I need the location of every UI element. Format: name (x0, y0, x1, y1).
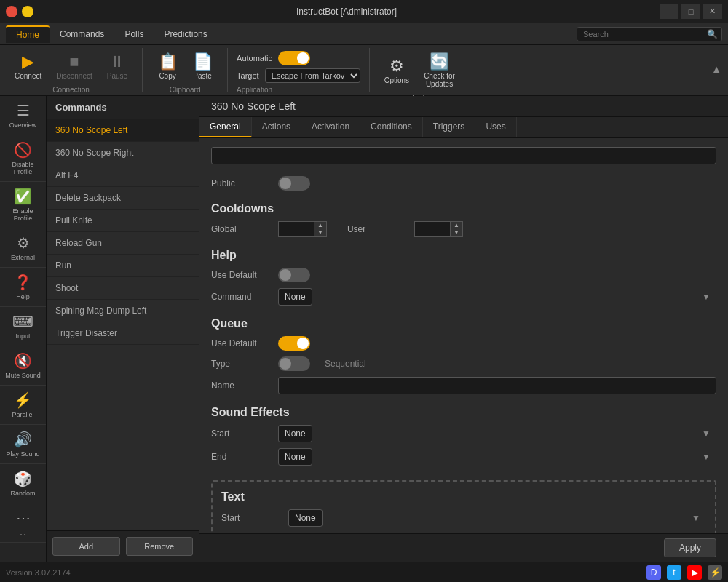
apply-button[interactable]: Apply (664, 538, 716, 557)
tab-actions[interactable]: Actions (252, 117, 301, 137)
tab-general[interactable]: General (199, 117, 252, 137)
maximize-button[interactable]: □ (681, 4, 700, 19)
help-command-row: Command None ▼ (211, 288, 716, 306)
play-icon: ▶ (22, 54, 34, 70)
command-item-reload-gun[interactable]: Reload Gun (47, 232, 199, 255)
title-icon-red (6, 6, 17, 17)
nav-tab-polls[interactable]: Polls (114, 26, 154, 42)
sidebar-item-random[interactable]: 🎲 Random (0, 464, 46, 503)
options-button[interactable]: ⚙ Options (379, 55, 415, 87)
sidebar-item-disable-profile[interactable]: 🚫 Disable Profile (0, 135, 46, 182)
sidebar-item-help[interactable]: ❓ Help (0, 268, 46, 307)
nav-tab-predictions[interactable]: Predictions (154, 26, 217, 42)
sidebar-item-parallel[interactable]: ⚡ Parallel (0, 386, 46, 425)
command-text-input[interactable] (211, 147, 716, 164)
copy-button[interactable]: 📋 Copy (151, 51, 183, 83)
help-use-default-toggle[interactable] (278, 268, 310, 282)
nav-tab-commands[interactable]: Commands (50, 26, 114, 42)
public-toggle[interactable] (278, 176, 310, 191)
command-item-alt-f4[interactable]: Alt F4 (47, 164, 199, 187)
sidebar-item-mute-sound[interactable]: 🔇 Mute Sound (0, 346, 46, 386)
sidebar-item-mute-sound-label: Mute Sound (5, 372, 41, 379)
sound-start-select[interactable]: None (278, 425, 312, 442)
global-stepper: 0 ▲ ▼ (278, 221, 327, 237)
queue-type-label: Type (211, 359, 269, 369)
command-item-delete-backpack[interactable]: Delete Backpack (47, 187, 199, 210)
tab-triggers[interactable]: Triggers (423, 117, 476, 137)
sidebar-item-play-sound[interactable]: 🔊 Play Sound (0, 425, 46, 464)
more-icon: ⋯ (16, 509, 31, 527)
queue-title: Queue (211, 317, 716, 330)
public-row: Public (211, 176, 716, 191)
global-up[interactable]: ▲ (314, 222, 326, 229)
paste-label: Paste (193, 72, 212, 80)
twitter-icon[interactable]: t (667, 565, 681, 580)
target-label: Target (237, 71, 259, 80)
minimize-button[interactable]: ─ (660, 4, 678, 19)
automatic-toggle[interactable] (278, 51, 310, 65)
sound-end-select[interactable]: None (278, 448, 312, 466)
text-start-select[interactable]: None (288, 509, 323, 527)
sidebar: ☰ Overview 🚫 Disable Profile ✅ Enable Pr… (0, 96, 47, 562)
cooldowns-title: Cooldowns (211, 202, 716, 215)
command-item-pull-knife[interactable]: Pull Knife (47, 210, 199, 232)
sidebar-item-external-label: External (11, 254, 35, 261)
content-header: 360 No Scope Left (199, 96, 728, 117)
app-top: Automatic (237, 51, 360, 65)
command-item-spining-mag-dump-left[interactable]: Spining Mag Dump Left (47, 300, 199, 322)
app-icon[interactable]: ⚡ (708, 565, 722, 580)
sidebar-item-more-label: ... (20, 529, 26, 536)
user-down[interactable]: ▼ (451, 229, 462, 236)
connect-button[interactable]: ▶ Connect (9, 51, 47, 83)
sidebar-item-external[interactable]: ⚙ External (0, 228, 46, 268)
paste-button[interactable]: 📄 Paste (186, 51, 218, 83)
help-use-default-label: Use Default (211, 270, 269, 280)
search-input[interactable] (577, 27, 722, 41)
commands-panel: Commands 360 No Scope Left 360 No Scope … (47, 96, 199, 562)
disconnect-button[interactable]: ■ Disconnect (50, 51, 98, 83)
tab-uses[interactable]: Uses (475, 117, 516, 137)
queue-type-row: Type Sequential (211, 356, 716, 371)
youtube-icon[interactable]: ▶ (687, 565, 702, 580)
command-item-shoot[interactable]: Shoot (47, 277, 199, 300)
help-title: Help (211, 249, 716, 262)
global-down[interactable]: ▼ (314, 229, 326, 236)
target-select[interactable]: Escape From Tarkov (265, 68, 360, 83)
global-input[interactable]: 0 (278, 221, 314, 237)
content-area: 360 No Scope Left General Actions Activa… (199, 96, 728, 562)
search-icon: 🔍 (707, 29, 718, 39)
queue-use-default-toggle[interactable] (278, 336, 310, 351)
refresh-icon: 🔄 (430, 54, 449, 70)
user-label: User (347, 224, 405, 234)
collapse-button[interactable]: ▲ (705, 63, 728, 76)
discord-icon[interactable]: D (646, 565, 661, 580)
close-button[interactable]: ✕ (703, 4, 722, 19)
command-item-360-no-scope-right[interactable]: 360 No Scope Right (47, 142, 199, 164)
global-arrows: ▲ ▼ (314, 221, 327, 237)
text-end-wrapper: None ▼ (288, 533, 706, 533)
help-command-select[interactable]: None (278, 288, 312, 306)
command-item-trigger-disaster[interactable]: Trigger Disaster (47, 322, 199, 345)
command-item-run[interactable]: Run (47, 255, 199, 277)
queue-type-toggle[interactable] (278, 356, 310, 371)
check-updates-button[interactable]: 🔄 Check forUpdates (418, 51, 461, 91)
tab-activation[interactable]: Activation (301, 117, 360, 137)
sidebar-item-more[interactable]: ⋯ ... (0, 503, 46, 543)
queue-name-input[interactable] (278, 377, 716, 394)
user-up[interactable]: ▲ (451, 222, 462, 229)
add-command-button[interactable]: Add (52, 537, 120, 556)
command-item-360-no-scope-left[interactable]: 360 No Scope Left (47, 119, 199, 142)
user-input[interactable]: 0 (414, 221, 451, 237)
nav-tab-home[interactable]: Home (6, 25, 50, 43)
sidebar-item-input[interactable]: ⌨ Input (0, 307, 46, 346)
disconnect-label: Disconnect (56, 72, 92, 80)
text-end-select[interactable]: None (288, 533, 323, 533)
sidebar-item-overview[interactable]: ☰ Overview (0, 96, 46, 135)
tab-conditions[interactable]: Conditions (360, 117, 423, 137)
pause-button[interactable]: ⏸ Pause (101, 51, 133, 83)
command-list: 360 No Scope Left 360 No Scope Right Alt… (47, 119, 199, 530)
clipboard-group-label: Clipboard (170, 83, 201, 94)
sidebar-item-enable-profile[interactable]: ✅ Enable Profile (0, 182, 46, 228)
remove-command-button[interactable]: Remove (126, 537, 194, 556)
user-arrows: ▲ ▼ (451, 221, 463, 237)
